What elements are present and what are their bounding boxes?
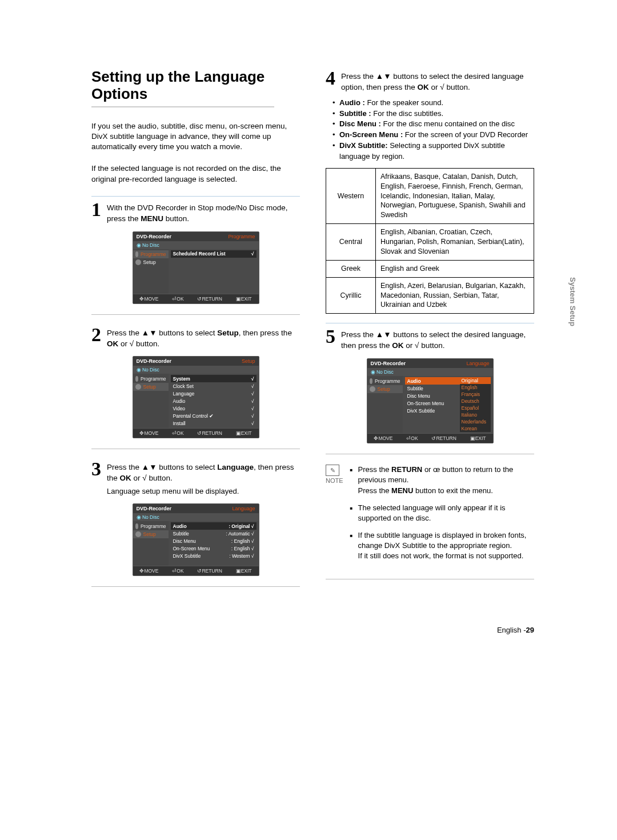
language-region-table: WesternAfrikaans, Basque, Catalan, Danis…: [326, 168, 534, 314]
divider: [326, 579, 534, 579]
title-underline: [91, 106, 274, 107]
step-3: 3 Press the ▲▼ buttons to select Languag…: [91, 459, 300, 497]
divider: [326, 454, 534, 454]
osd-screen-programme: DVD-RecorderProgramme ◉ No Disc Programm…: [133, 231, 259, 304]
step-1: 1 With the DVD Recorder in Stop mode/No …: [91, 200, 300, 225]
page-footer: English -29: [91, 626, 534, 634]
divider: [91, 586, 300, 587]
side-tab: System Setup: [568, 277, 577, 326]
divider: [91, 196, 300, 197]
osd-screen-language-select: DVD-RecorderLanguage ◉ No Disc Programme…: [367, 358, 494, 443]
step-4: 4 Press the ▲▼ buttons to select the des…: [326, 69, 534, 93]
note-block: ✎ NOTE Press the RETURN or œ button to r…: [326, 465, 534, 569]
intro-1: If you set the audio, subtitle, disc men…: [91, 121, 300, 153]
note-icon: ✎ NOTE: [326, 465, 343, 484]
step-2: 2 Press the ▲▼ buttons to select Setup, …: [91, 325, 300, 350]
step-5: 5 Press the ▲▼ buttons to select the des…: [326, 327, 534, 351]
osd-screen-setup: DVD-RecorderSetup ◉ No Disc Programme Se…: [133, 356, 259, 438]
step-4-bullets: Audio : For the speaker sound.Subtitle :…: [332, 98, 534, 162]
divider: [91, 449, 300, 449]
intro-2: If the selected language is not recorded…: [91, 163, 300, 184]
osd-screen-language: DVD-RecorderLanguage ◉ No Disc Programme…: [133, 503, 259, 576]
page-title: Setting up the Language Options: [91, 69, 300, 103]
divider: [91, 314, 300, 315]
